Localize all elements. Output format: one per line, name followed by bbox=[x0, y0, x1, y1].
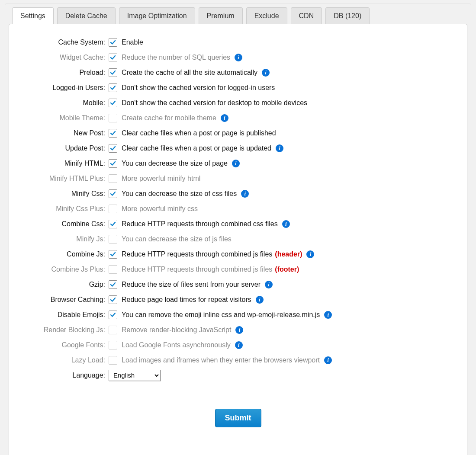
row-language: Language: English bbox=[23, 368, 453, 383]
checkbox[interactable] bbox=[109, 250, 117, 259]
checkbox[interactable] bbox=[109, 280, 117, 289]
tab-exclude[interactable]: Exclude bbox=[246, 7, 287, 24]
setting-row: Update Post:Clear cache files when a pos… bbox=[23, 141, 453, 156]
setting-label: Browser Caching: bbox=[23, 296, 109, 304]
setting-description: You can decrease the size of js files bbox=[122, 235, 232, 243]
submit-button[interactable]: Submit bbox=[215, 409, 261, 427]
checkbox[interactable] bbox=[109, 326, 117, 334]
setting-row: Lazy Load:Load images and iframes when t… bbox=[23, 352, 453, 368]
label-language: Language: bbox=[23, 372, 109, 379]
setting-label: Minify HTML: bbox=[23, 160, 109, 167]
tab-strip: SettingsDelete CacheImage OptimizationPr… bbox=[9, 7, 467, 24]
checkbox[interactable] bbox=[109, 189, 117, 198]
setting-label: Logged-in Users: bbox=[23, 84, 109, 92]
checkbox[interactable] bbox=[109, 356, 117, 365]
info-icon[interactable]: i bbox=[232, 160, 240, 167]
tab-premium[interactable]: Premium bbox=[199, 7, 243, 24]
setting-label: Gzip: bbox=[23, 281, 109, 288]
setting-row: Minify Css:You can decrease the size of … bbox=[23, 186, 453, 201]
checkbox[interactable] bbox=[109, 341, 117, 349]
checkbox[interactable] bbox=[109, 83, 117, 92]
setting-label: Lazy Load: bbox=[23, 356, 109, 364]
setting-description: More powerful minify css bbox=[122, 205, 198, 213]
tab-cdn[interactable]: CDN bbox=[291, 7, 322, 24]
info-icon[interactable]: i bbox=[276, 144, 283, 152]
settings-wrapper: SettingsDelete CacheImage OptimizationPr… bbox=[5, 3, 471, 455]
checkbox[interactable] bbox=[109, 53, 117, 62]
setting-row: Combine Js Plus:Reduce HTTP requests thr… bbox=[23, 262, 453, 277]
setting-description: Don't show the cached version for deskto… bbox=[122, 99, 307, 107]
checkbox[interactable] bbox=[109, 144, 117, 153]
setting-row: New Post:Clear cache files when a post o… bbox=[23, 125, 453, 141]
setting-row: Widget Cache:Reduce the number of SQL qu… bbox=[23, 50, 453, 65]
checkbox[interactable] bbox=[109, 295, 117, 304]
setting-extra: (header) bbox=[275, 250, 302, 258]
setting-label: Widget Cache: bbox=[23, 54, 109, 61]
info-icon[interactable]: i bbox=[235, 326, 243, 334]
setting-label: Google Fonts: bbox=[23, 341, 109, 349]
setting-label: Cache System: bbox=[23, 38, 109, 46]
tab-delete-cache[interactable]: Delete Cache bbox=[57, 7, 116, 24]
language-select[interactable]: English bbox=[109, 370, 161, 381]
info-icon[interactable]: i bbox=[324, 356, 332, 364]
setting-description: Remove render-blocking JavaScript bbox=[122, 326, 231, 334]
checkbox[interactable] bbox=[109, 265, 117, 274]
checkbox[interactable] bbox=[109, 114, 117, 122]
checkbox[interactable] bbox=[109, 235, 117, 244]
setting-label: Preload: bbox=[23, 69, 109, 77]
setting-row: Mobile Theme:Create cache for mobile the… bbox=[23, 110, 453, 125]
setting-label: New Post: bbox=[23, 129, 109, 137]
checkbox[interactable] bbox=[109, 129, 117, 138]
info-icon[interactable]: i bbox=[241, 190, 249, 198]
info-icon[interactable]: i bbox=[324, 311, 332, 319]
setting-label: Update Post: bbox=[23, 144, 109, 152]
info-icon[interactable]: i bbox=[265, 281, 273, 288]
setting-label: Minify Css Plus: bbox=[23, 205, 109, 213]
setting-description: Reduce the number of SQL queries bbox=[122, 54, 230, 61]
setting-label: Combine Css: bbox=[23, 220, 109, 228]
info-icon[interactable]: i bbox=[256, 296, 264, 304]
checkbox[interactable] bbox=[109, 174, 117, 183]
setting-row: Browser Caching:Reduce page load times f… bbox=[23, 292, 453, 307]
setting-description: Enable bbox=[122, 38, 143, 46]
setting-description: You can decrease the size of css files bbox=[122, 190, 237, 198]
setting-row: Preload:Create the cache of all the site… bbox=[23, 65, 453, 80]
info-icon[interactable]: i bbox=[306, 250, 314, 258]
setting-description: Reduce HTTP requests through combined cs… bbox=[122, 220, 278, 228]
checkbox[interactable] bbox=[109, 220, 117, 228]
setting-description: Create the cache of all the site automat… bbox=[122, 69, 257, 77]
setting-row: Google Fonts:Load Google Fonts asynchron… bbox=[23, 337, 453, 352]
setting-row: Minify HTML:You can decrease the size of… bbox=[23, 156, 453, 171]
info-icon[interactable]: i bbox=[235, 54, 242, 61]
tab-db-120-[interactable]: DB (120) bbox=[325, 7, 370, 24]
setting-extra: (footer) bbox=[275, 266, 299, 273]
setting-row: Minify Js:You can decrease the size of j… bbox=[23, 231, 453, 247]
info-icon[interactable]: i bbox=[282, 220, 290, 228]
setting-row: Gzip:Reduce the size of files sent from … bbox=[23, 277, 453, 292]
setting-row: Mobile:Don't show the cached version for… bbox=[23, 95, 453, 110]
info-icon[interactable]: i bbox=[262, 69, 270, 77]
checkbox[interactable] bbox=[109, 205, 117, 213]
setting-label: Disable Emojis: bbox=[23, 311, 109, 319]
setting-description: Clear cache files when a post or page is… bbox=[122, 144, 271, 152]
info-icon[interactable]: i bbox=[235, 341, 243, 349]
setting-row: Minify HTML Plus:More powerful minify ht… bbox=[23, 171, 453, 186]
checkbox[interactable] bbox=[109, 159, 117, 168]
setting-row: Combine Js:Reduce HTTP requests through … bbox=[23, 247, 453, 262]
setting-label: Mobile: bbox=[23, 99, 109, 107]
checkbox[interactable] bbox=[109, 38, 117, 47]
settings-panel: Cache System:EnableWidget Cache:Reduce t… bbox=[9, 24, 467, 455]
tab-settings[interactable]: Settings bbox=[12, 7, 54, 24]
checkbox[interactable] bbox=[109, 311, 117, 319]
setting-description: More powerful minify html bbox=[122, 175, 200, 183]
setting-label: Combine Js: bbox=[23, 250, 109, 258]
setting-row: Combine Css:Reduce HTTP requests through… bbox=[23, 216, 453, 231]
setting-label: Minify HTML Plus: bbox=[23, 175, 109, 183]
checkbox[interactable] bbox=[109, 99, 117, 107]
tab-image-optimization[interactable]: Image Optimization bbox=[119, 7, 195, 24]
setting-label: Minify Css: bbox=[23, 190, 109, 198]
checkbox[interactable] bbox=[109, 68, 117, 77]
setting-label: Combine Js Plus: bbox=[23, 266, 109, 273]
info-icon[interactable]: i bbox=[221, 114, 228, 122]
setting-label: Minify Js: bbox=[23, 235, 109, 243]
